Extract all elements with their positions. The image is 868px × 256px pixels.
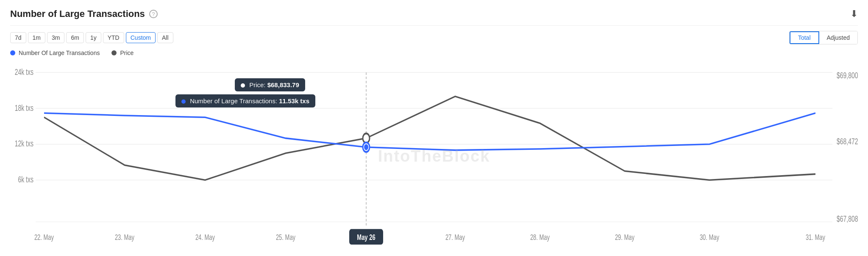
svg-text:27. May: 27. May (445, 233, 465, 242)
legend-label-price: Price (120, 50, 134, 56)
time-btn-ytd[interactable]: YTD (103, 32, 124, 43)
chart-container: Number of Large Transactions ? ⬇ 7d 1m 3… (0, 0, 868, 256)
legend-dot-price (111, 50, 117, 55)
svg-text:24k txs: 24k txs (15, 67, 33, 77)
svg-text:28. May: 28. May (530, 233, 550, 242)
svg-text:$67,808: $67,808 (837, 214, 858, 224)
svg-text:30. May: 30. May (700, 233, 719, 242)
time-btn-7d[interactable]: 7d (10, 32, 26, 43)
chart-area: IntoTheBlock 24k txs 18k txs 12k txs 6k … (10, 61, 858, 252)
legend-dot-txs (10, 50, 15, 55)
help-icon[interactable]: ? (149, 10, 158, 18)
svg-text:25. May: 25. May (276, 233, 295, 242)
legend-label-txs: Number Of Large Transactions (19, 50, 100, 56)
svg-text:6k txs: 6k txs (18, 175, 33, 184)
chart-title: Number of Large Transactions (10, 8, 145, 19)
legend-item-price: Price (111, 50, 134, 56)
svg-text:$68,472: $68,472 (837, 136, 858, 146)
svg-text:18k txs: 18k txs (15, 103, 33, 113)
svg-text:24. May: 24. May (195, 233, 215, 242)
time-btn-all[interactable]: All (157, 32, 173, 43)
time-btn-3m[interactable]: 3m (47, 32, 64, 43)
view-toggle: Total Adjusted (789, 31, 858, 44)
svg-text:31. May: 31. May (806, 233, 825, 242)
legend-item-txs: Number Of Large Transactions (10, 50, 100, 56)
title-group: Number of Large Transactions ? (10, 8, 158, 19)
svg-text:12k txs: 12k txs (15, 139, 33, 149)
legend-row: Number Of Large Transactions Price (10, 48, 858, 59)
view-btn-total[interactable]: Total (790, 31, 819, 44)
header-row: Number of Large Transactions ? ⬇ (10, 8, 858, 26)
svg-text:May 26: May 26 (357, 233, 375, 242)
svg-text:23. May: 23. May (115, 233, 134, 242)
download-button[interactable]: ⬇ (850, 8, 858, 19)
time-btn-6m[interactable]: 6m (66, 32, 83, 43)
time-buttons: 7d 1m 3m 6m 1y YTD Custom All (10, 32, 173, 43)
view-btn-adjusted[interactable]: Adjusted (819, 31, 857, 44)
svg-text:22. May: 22. May (34, 233, 54, 242)
svg-text:$69,800: $69,800 (837, 71, 858, 80)
svg-point-27 (364, 144, 368, 150)
svg-text:29. May: 29. May (615, 233, 634, 242)
main-chart-svg: 24k txs 18k txs 12k txs 6k txs $69,800 $… (10, 61, 858, 252)
time-btn-custom[interactable]: Custom (126, 32, 156, 43)
time-btn-1m[interactable]: 1m (28, 32, 45, 43)
controls-row: 7d 1m 3m 6m 1y YTD Custom All Total Adju… (10, 26, 858, 48)
time-btn-1y[interactable]: 1y (86, 32, 101, 43)
